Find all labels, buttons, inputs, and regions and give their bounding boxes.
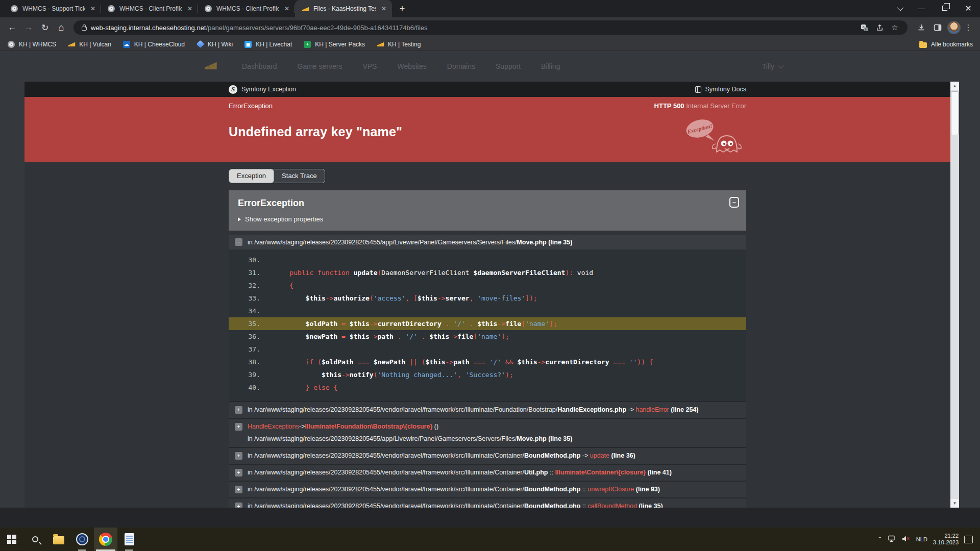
stack-trace-entry[interactable]: +in /var/www/staging/releases/2023092820… [229,497,746,508]
expand-icon[interactable]: + [235,469,242,477]
tab-stack-trace[interactable]: Stack Trace [272,169,325,183]
bookmark-kh-server-packs[interactable]: + KH | Server Packs [303,40,365,48]
nav-link-support[interactable]: Support [496,62,521,70]
tab-whmcs-client-profile-1[interactable]: WHMCS - Client Profile ✕ [101,0,198,17]
restore-button[interactable] [933,0,957,16]
clock-time: 21:22 [933,533,959,539]
forward-button[interactable]: → [20,19,37,36]
panel-collapse-button[interactable]: − [729,197,739,208]
stack-trace-entry[interactable]: +in /var/www/staging/releases/2023092820… [229,464,746,481]
code-line: 36. $newPath = $this->path . '/' . $this… [229,330,746,343]
whmcs-favicon [10,5,18,13]
bookmark-kh-whmcs[interactable]: KH | WHMCS [7,40,56,48]
share-icon[interactable] [873,21,886,34]
new-tab-button[interactable]: + [395,2,409,16]
bookmark-star-icon[interactable]: ☆ [888,21,901,34]
expand-icon[interactable]: + [235,406,242,414]
blue-app-icon [76,533,88,545]
bookmark-kh-cheesecloud[interactable]: ☁ KH | CheeseCloud [122,40,185,48]
bookmark-label: KH | Testing [388,41,421,48]
cheese-favicon [301,5,309,13]
address-bar[interactable]: web-staging.internal.cheesehosting.net /… [74,20,908,35]
close-button[interactable]: ✕ [957,0,980,16]
tab-search-button[interactable] [889,0,910,16]
tab-close-icon[interactable]: ✕ [380,5,388,13]
tab-close-icon[interactable]: ✕ [186,5,194,13]
bookmark-label: KH | Server Packs [315,41,365,48]
bookmark-label: KH | Wiki [208,41,233,48]
symfony-logo: S [229,85,237,94]
tab-close-icon[interactable]: ✕ [283,5,291,13]
downloads-icon[interactable] [915,21,928,34]
tab-files-kaashosting-active[interactable]: Files - KaasHosting Test - KaasH ✕ [295,0,392,17]
bookmark-kh-testing[interactable]: KH | Testing [376,40,421,48]
nav-link-billing[interactable]: Billing [541,62,560,70]
cheesehosting-logo [203,59,218,74]
notification-center-icon[interactable] [964,536,973,543]
language-indicator[interactable]: NLD [916,536,927,542]
notepad-taskbar-button[interactable] [117,528,141,551]
back-button[interactable]: ← [4,19,20,36]
user-menu[interactable]: Tilly [762,62,980,70]
whmcs-favicon [204,5,212,13]
bookmark-kh-vulcan[interactable]: KH | Vulcan [67,40,111,48]
bookmark-kh-wiki[interactable]: KH | Wiki [196,40,233,48]
file-explorer-icon [53,536,64,544]
taskbar-search-button[interactable] [23,528,47,551]
home-button[interactable]: ⌂ [53,19,69,36]
tab-whmcs-client-profile-2[interactable]: WHMCS - Client Profile ✕ [198,0,295,17]
start-button[interactable] [0,528,23,551]
stack-trace-entry[interactable]: +in /var/www/staging/releases/2023092820… [229,401,746,418]
translate-icon[interactable]: aあ [857,21,871,34]
browser-toolbar: ← → ↻ ⌂ web-staging.internal.cheesehosti… [0,17,980,38]
expand-icon[interactable]: + [235,423,242,431]
taskbar-clock[interactable]: 21:22 3-10-2023 [933,533,959,546]
symfony-docs-link[interactable]: Symfony Docs [695,86,746,93]
scroll-down-arrow[interactable]: ▼ [950,499,959,508]
notepad-icon [125,533,134,545]
nav-link-vps[interactable]: VPS [362,62,377,70]
profile-avatar[interactable] [947,21,961,34]
exception-overlay: S Symfony Exception Symfony Docs ErrorEx… [24,82,959,508]
side-panel-icon[interactable] [931,21,944,34]
scrollbar-thumb[interactable] [951,91,959,135]
tab-exception[interactable]: Exception [229,169,274,183]
code-line: 33. $this->authorize('access', [$this->s… [229,292,746,305]
expand-icon[interactable]: + [235,452,242,460]
lock-icon[interactable] [82,27,87,31]
code-line: 31. public function update(DaemonServerF… [229,266,746,279]
chevron-down-icon [778,63,783,68]
trace-file-path: in /var/www/staging/releases/20230928205… [248,239,572,246]
stack-trace-entry[interactable]: +in /var/www/staging/releases/2023092820… [229,447,746,464]
hidden-icons-chevron[interactable]: ⌃ [877,536,883,543]
exception-message-banner: Undefined array key "name" [24,114,950,162]
file-explorer-button[interactable] [47,528,70,551]
volume-muted-icon[interactable] [902,535,911,543]
reload-button[interactable]: ↻ [37,19,53,36]
all-bookmarks-button[interactable]: Alle bookmarks [919,40,973,48]
nav-link-websites[interactable]: Websites [397,62,426,70]
chrome-taskbar-button[interactable] [94,528,117,551]
blue-app-button[interactable] [70,528,94,551]
bookmark-kh-livechat[interactable]: ▣ KH | Livechat [244,40,292,48]
browser-menu-icon[interactable]: ⋮ [964,23,973,32]
minimize-button[interactable]: — [910,0,933,16]
tray-display-icon[interactable] [888,535,896,543]
tab-close-icon[interactable]: ✕ [89,5,97,13]
expand-icon[interactable]: + [235,503,242,508]
nav-link-game-servers[interactable]: Game servers [298,62,342,70]
nav-link-dashboard[interactable]: Dashboard [242,62,277,70]
collapse-icon[interactable]: − [235,238,242,246]
nav-link-domains[interactable]: Domains [447,62,475,70]
show-exception-properties[interactable]: Show exception properties [238,215,737,223]
scroll-up-arrow[interactable]: ▲ [950,82,959,90]
code-line: 38. if ($oldPath === $newPath || ($this-… [229,356,746,368]
stack-trace-entry[interactable]: +in /var/www/staging/releases/2023092820… [229,481,746,497]
stack-trace-entry[interactable]: +HandleExceptions->Illuminate\Foundation… [229,418,746,447]
overlay-scrollbar[interactable]: ▲ ▼ [950,82,959,508]
expand-icon[interactable]: + [235,486,242,493]
exception-message: Undefined array key "name" [229,114,746,139]
tab-whmcs-support-tickets[interactable]: WHMCS - Support Tickets ✕ [4,0,101,17]
trace-file-header[interactable]: − in /var/www/staging/releases/202309282… [229,235,746,249]
search-icon [32,536,38,542]
